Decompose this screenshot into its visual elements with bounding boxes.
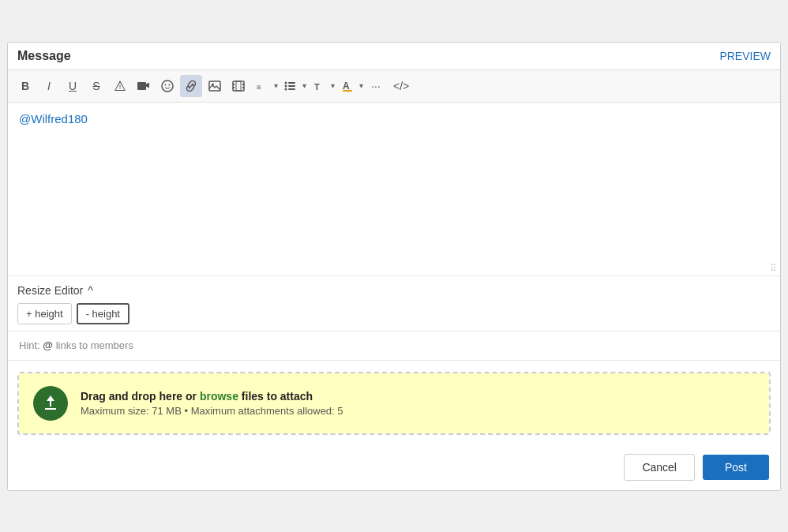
font-color-chevron: ▾ [359, 81, 363, 90]
underline-button[interactable]: U [62, 75, 84, 97]
text-style-button[interactable]: T [308, 75, 330, 97]
post-button[interactable]: Post [703, 455, 769, 480]
attachment-section[interactable]: Drag and drop here or browse files to at… [17, 372, 771, 435]
editor-container: Message PREVIEW B I U S ≡ ▾ [7, 42, 781, 491]
warning-button[interactable] [109, 75, 131, 97]
svg-rect-20 [343, 90, 352, 92]
film-button[interactable] [227, 75, 250, 97]
code-button[interactable]: </> [388, 75, 414, 97]
unordered-list-dropdown[interactable]: ▾ [280, 75, 306, 97]
strikethrough-button[interactable]: S [85, 75, 107, 97]
preview-link[interactable]: PREVIEW [719, 50, 771, 62]
hint-label: Hint: [19, 339, 40, 351]
resize-handle[interactable]: ⠿ [770, 263, 777, 274]
svg-point-16 [285, 88, 287, 90]
content-area[interactable]: @Wilfred180 ⠿ [8, 103, 780, 276]
resize-editor-text: Resize Editor [17, 284, 83, 297]
svg-rect-15 [288, 85, 295, 87]
upload-icon [41, 394, 60, 413]
hint-links-text: links to members [53, 339, 133, 351]
more-button[interactable]: ··· [365, 75, 387, 97]
hint-text: Hint: @ links to members [19, 339, 133, 351]
ordered-list-button[interactable]: ≡ [251, 75, 273, 97]
svg-rect-8 [242, 84, 244, 85]
attachment-main-after: files to attach [238, 390, 313, 403]
emoji-button[interactable] [156, 75, 178, 97]
svg-point-1 [165, 84, 167, 85]
resize-editor-label: Resize Editor ^ [17, 284, 771, 297]
browse-link[interactable]: browse [200, 390, 238, 403]
text-style-dropdown[interactable]: T ▾ [308, 75, 335, 97]
unordered-list-button[interactable] [280, 75, 302, 97]
resize-buttons: + height - height [17, 303, 771, 324]
photo-button[interactable] [204, 75, 226, 97]
svg-rect-7 [233, 87, 235, 88]
attachment-drop-area[interactable]: Drag and drop here or browse files to at… [19, 373, 769, 433]
svg-rect-6 [233, 84, 235, 85]
toolbar: B I U S ≡ ▾ ▾ [8, 70, 780, 103]
svg-rect-17 [288, 88, 295, 90]
hint-section: Hint: @ links to members [8, 332, 780, 361]
ordered-list-dropdown[interactable]: ≡ ▾ [251, 75, 278, 97]
svg-text:≡: ≡ [257, 83, 261, 92]
upload-icon-wrapper [33, 386, 68, 421]
italic-button[interactable]: I [38, 75, 60, 97]
svg-point-14 [285, 84, 287, 87]
video-camera-button[interactable] [133, 75, 155, 97]
unordered-list-chevron: ▾ [302, 81, 306, 90]
editor-title: Message [17, 49, 71, 63]
svg-point-2 [169, 84, 171, 85]
mention-link[interactable]: @Wilfred180 [19, 112, 88, 126]
attachment-sub-text: Maximum size: 71 MB • Maximum attachment… [81, 405, 755, 417]
minus-height-button[interactable]: - height [77, 303, 129, 324]
plus-height-button[interactable]: + height [17, 303, 72, 324]
attachment-text: Drag and drop here or browse files to at… [81, 390, 755, 417]
font-color-dropdown[interactable]: A ▾ [336, 75, 363, 97]
svg-rect-13 [288, 82, 295, 84]
cancel-button[interactable]: Cancel [624, 454, 695, 481]
ordered-list-chevron: ▾ [274, 81, 278, 90]
font-color-button[interactable]: A [336, 75, 358, 97]
svg-rect-9 [242, 87, 244, 88]
hint-at-symbol: @ [43, 339, 53, 351]
svg-point-0 [162, 81, 173, 92]
resize-editor-section: Resize Editor ^ + height - height [8, 276, 780, 332]
resize-editor-chevron: ^ [88, 284, 93, 297]
attachment-main-text: Drag and drop here or browse files to at… [81, 390, 755, 403]
link-button[interactable] [180, 75, 202, 97]
svg-rect-5 [233, 81, 244, 91]
svg-rect-3 [209, 81, 220, 91]
svg-point-12 [285, 81, 287, 84]
svg-rect-10 [236, 81, 241, 91]
footer-actions: Cancel Post [8, 446, 780, 490]
editor-header: Message PREVIEW [8, 43, 780, 70]
bold-button[interactable]: B [14, 75, 36, 97]
attachment-main-before: Drag and drop here or [81, 390, 200, 403]
text-style-chevron: ▾ [331, 81, 335, 90]
svg-text:T: T [314, 82, 320, 92]
svg-text:A: A [343, 81, 350, 92]
